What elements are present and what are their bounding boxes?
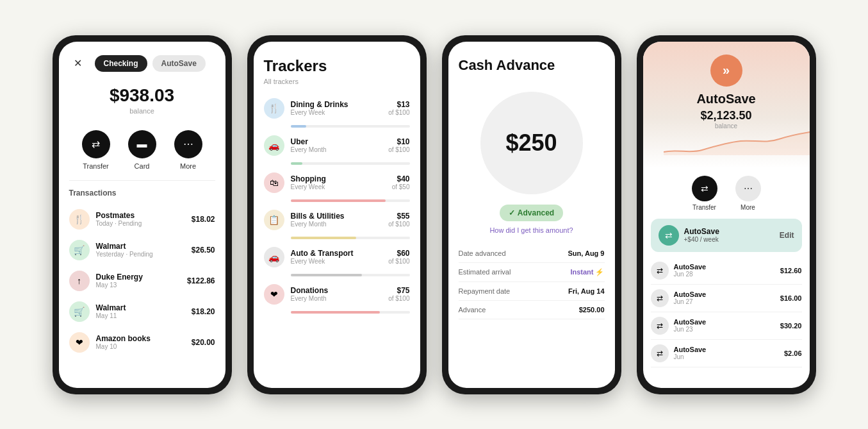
shopping-total: of $50 — [392, 183, 410, 190]
transactions-section: Transactions 🍴 Postmates Today · Pending… — [59, 181, 225, 366]
donations-total: of $100 — [388, 295, 409, 302]
more-action[interactable]: ⋯ More — [174, 130, 202, 170]
how-link[interactable]: How did I get this amount? — [448, 221, 615, 239]
donations-icon: ❤ — [264, 284, 284, 305]
date-advanced-label: Date advanced — [459, 249, 506, 257]
p3-details: Date advanced Sun, Aug 9 Estimated arriv… — [448, 239, 615, 324]
p3-header: Cash Advance — [448, 42, 615, 81]
phones-container: ✕ Checking AutoSave $938.03 balance ⇄ Tr… — [27, 10, 842, 420]
walmart1-amount: $26.50 — [192, 246, 215, 255]
postmates-amount: $18.02 — [192, 215, 215, 224]
bills-name: Bills & Utilities — [291, 212, 382, 221]
p2-header: Trackers All trackers — [254, 42, 420, 93]
p4-txn-1-date: Jun 28 — [674, 271, 775, 278]
badge-check: ✓ — [509, 208, 515, 217]
advanced-badge: ✓ Advanced — [500, 205, 563, 221]
p4-txn-3-name: AutoSave — [674, 318, 775, 326]
amazon-date: May 10 — [96, 343, 185, 350]
balance-label: balance — [59, 107, 225, 115]
uber-total: of $100 — [388, 146, 409, 153]
uber-bar — [291, 162, 303, 165]
shopping-amounts: $40 of $50 — [392, 174, 410, 190]
p4-txn-4-info: AutoSave Jun — [674, 346, 779, 360]
p4-txn-4-date: Jun — [674, 353, 779, 360]
p4-txn-4-amount: $2.06 — [784, 349, 802, 357]
shopping-bar — [291, 199, 386, 202]
bills-spent: $55 — [388, 212, 409, 221]
shopping-freq: Every Week — [291, 183, 386, 190]
p4-txn-2-amount: $16.00 — [780, 294, 802, 302]
date-advanced-value: Sun, Aug 9 — [568, 249, 604, 257]
tracker-auto[interactable]: 🚗 Auto & Transport Every Week $60 of $10… — [254, 242, 420, 273]
postmates-icon: 🍴 — [69, 209, 90, 230]
autosave-balance-label: balance — [653, 122, 799, 130]
tracker-uber[interactable]: 🚗 Uber Every Month $10 of $100 — [254, 130, 420, 161]
badge-container: ✓ Advanced — [448, 199, 615, 221]
txn-item-duke[interactable]: ↑ Duke Energy May 13 $122.86 — [69, 265, 215, 296]
cash-advance-title: Cash Advance — [459, 57, 605, 74]
tracker-bills[interactable]: 📋 Bills & Utilities Every Month $55 of $… — [254, 205, 420, 235]
tab-autosave[interactable]: AutoSave — [152, 55, 206, 72]
transfer-label: Transfer — [83, 162, 109, 170]
amazon-amount: $20.00 — [192, 338, 215, 347]
shopping-bar-container — [291, 199, 410, 202]
autosave-edit-button[interactable]: Edit — [780, 231, 794, 240]
more-label: More — [180, 162, 196, 170]
p1-balance-section: $938.03 balance — [59, 80, 225, 125]
txn-item-postmates[interactable]: 🍴 Postmates Today · Pending $18.02 — [69, 204, 215, 235]
close-button[interactable]: ✕ — [69, 55, 87, 72]
auto-total: of $100 — [388, 258, 409, 265]
section-title: Transactions — [69, 189, 215, 198]
tracker-shopping[interactable]: 🛍 Shopping Every Week $40 of $50 — [254, 167, 420, 198]
p4-txn-4[interactable]: ⇄ AutoSave Jun $2.06 — [651, 340, 802, 367]
txn-item-amazon[interactable]: ❤ Amazon books May 10 $20.00 — [69, 327, 215, 358]
detail-date-advanced: Date advanced Sun, Aug 9 — [459, 244, 605, 263]
p4-txn-1[interactable]: ⇄ AutoSave Jun 28 $12.60 — [651, 257, 802, 285]
detail-estimated-arrival: Estimated arrival Instant ⚡ — [459, 263, 605, 282]
walmart2-amount: $18.20 — [192, 307, 215, 316]
autosave-card-freq: +$40 / week — [684, 236, 774, 243]
repayment-value: Fri, Aug 14 — [568, 287, 604, 295]
arrival-value: Instant ⚡ — [570, 268, 604, 276]
walmart1-name: Walmart — [96, 242, 185, 251]
tab-checking[interactable]: Checking — [95, 55, 147, 72]
advance-label: Advance — [459, 306, 486, 314]
autosave-card-info: AutoSave +$40 / week — [684, 227, 774, 243]
walmart1-icon: 🛒 — [69, 240, 90, 260]
autosave-card[interactable]: ⇄ AutoSave +$40 / week Edit — [651, 219, 802, 252]
duke-date: May 13 — [96, 282, 181, 289]
p4-txn-2[interactable]: ⇄ AutoSave Jun 27 $16.00 — [651, 285, 802, 312]
card-action[interactable]: ▬ Card — [128, 130, 156, 170]
postmates-date: Today · Pending — [96, 220, 185, 227]
balance-chart — [664, 130, 810, 155]
uber-amounts: $10 of $100 — [388, 137, 409, 153]
p4-txn-3[interactable]: ⇄ AutoSave Jun 23 $30.20 — [651, 312, 802, 340]
more-icon: ⋯ — [174, 130, 202, 158]
auto-icon: 🚗 — [264, 247, 284, 267]
p1-actions: ⇄ Transfer ▬ Card ⋯ More — [59, 125, 225, 180]
p4-txn-3-info: AutoSave Jun 23 — [674, 318, 775, 333]
dining-spent: $13 — [388, 100, 409, 109]
walmart1-date: Yesterday · Pending — [96, 251, 185, 258]
txn-item-walmart2[interactable]: 🛒 Walmart May 11 $18.20 — [69, 296, 215, 327]
p4-more-btn[interactable]: ⋯ More — [735, 176, 761, 211]
phone-2-screen: Trackers All trackers 🍴 Dining & Drinks … — [254, 42, 420, 388]
transfer-action[interactable]: ⇄ Transfer — [82, 130, 110, 170]
dining-total: of $100 — [388, 109, 409, 116]
autosave-balance: $2,123.50 — [653, 109, 799, 122]
phone-2-frame: Trackers All trackers 🍴 Dining & Drinks … — [247, 35, 427, 394]
donations-freq: Every Month — [291, 295, 382, 302]
detail-advance: Advance $250.00 — [459, 301, 605, 319]
tracker-dining[interactable]: 🍴 Dining & Drinks Every Week $13 of $100 — [254, 93, 420, 124]
txn-item-walmart1[interactable]: 🛒 Walmart Yesterday · Pending $26.50 — [69, 235, 215, 265]
p4-txn-1-amount: $12.60 — [780, 267, 802, 274]
dining-info: Dining & Drinks Every Week — [291, 100, 382, 116]
walmart2-name: Walmart — [96, 303, 185, 312]
p4-txn-3-icon: ⇄ — [651, 317, 669, 335]
tracker-donations[interactable]: ❤ Donations Every Month $75 of $100 — [254, 279, 420, 310]
p4-transfer-btn[interactable]: ⇄ Transfer — [692, 176, 717, 211]
autosave-name: AutoSave — [653, 92, 799, 106]
bills-bar-container — [291, 237, 410, 239]
shopping-name: Shopping — [291, 174, 386, 183]
amazon-info: Amazon books May 10 — [96, 334, 185, 350]
